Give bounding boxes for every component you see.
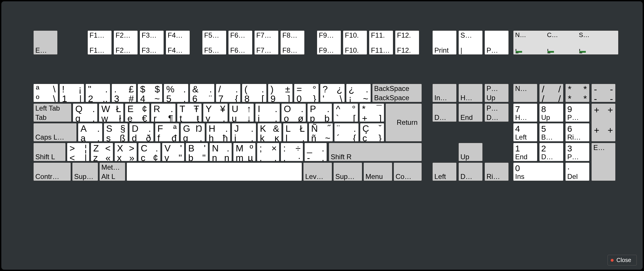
- close-button[interactable]: Close: [608, 255, 637, 265]
- key-f8[interactable]: F8…F8…: [280, 30, 305, 55]
- key-row1-9[interactable]: )±9]: [268, 84, 293, 102]
- key-row1-4[interactable]: $$4~: [138, 84, 162, 102]
- key-f5[interactable]: F5…F5…: [202, 30, 226, 55]
- key-row3-6[interactable]: J.j.: [232, 123, 256, 142]
- key-f12[interactable]: F12.F12.: [395, 30, 419, 55]
- key-row2-6[interactable]: U↑u↓: [229, 103, 254, 122]
- key-menu[interactable]: Menu: [363, 162, 392, 181]
- key-space[interactable]: [127, 162, 302, 181]
- key-row1-11[interactable]: ?¿'\: [320, 84, 345, 102]
- key-kp-decimal[interactable]: ·Del: [565, 162, 590, 181]
- key-capslock[interactable]: Caps L…: [33, 123, 77, 142]
- key-level3[interactable]: Lev…: [303, 162, 332, 181]
- key-row4-2[interactable]: X>x»: [114, 143, 137, 161]
- key-kp-6[interactable]: 6Ri…: [565, 123, 590, 142]
- key-kp-0[interactable]: 0Ins: [513, 162, 564, 181]
- key-f11[interactable]: F11.F11…: [369, 30, 393, 55]
- key-row1-6[interactable]: &.6¨: [190, 84, 215, 102]
- key-row2-2[interactable]: E¢e€: [125, 103, 150, 122]
- key-row2-9[interactable]: P.pþ: [307, 103, 332, 122]
- key-kp-7[interactable]: 7H…: [513, 103, 537, 122]
- key-row4-0[interactable]: >¦<|: [67, 143, 89, 161]
- key-row3-2[interactable]: D.dð: [129, 123, 154, 142]
- key-f2[interactable]: F2…F2…: [114, 30, 138, 55]
- key-row2-8[interactable]: O.oø: [281, 103, 306, 122]
- key-row2-3[interactable]: R.r¶: [151, 103, 176, 122]
- key-row1-0[interactable]: ª\º\: [33, 84, 58, 102]
- key-row1-7[interactable]: /.7{: [216, 84, 241, 102]
- key-shift-right[interactable]: Shift R: [329, 143, 422, 161]
- key-row3-5[interactable]: H.hħ: [206, 123, 231, 142]
- key-row3-11[interactable]: Çˇç}: [360, 123, 385, 142]
- key-return[interactable]: Return: [385, 103, 422, 142]
- key-row1-3[interactable]: .£3#: [111, 84, 136, 102]
- key-up[interactable]: Up: [458, 143, 483, 161]
- key-down[interactable]: D…: [458, 162, 483, 181]
- key-kp-9[interactable]: 9P…: [565, 103, 590, 122]
- key-row1-10[interactable]: =°0}: [294, 84, 319, 102]
- key-row2-4[interactable]: TŦtŧ: [177, 103, 202, 122]
- key-print[interactable]: Print: [432, 30, 457, 55]
- key-row3-8[interactable]: LŁl.: [283, 123, 308, 142]
- key-row1-8[interactable]: (.8[: [242, 84, 267, 102]
- key-home[interactable]: H…: [458, 84, 483, 102]
- key-control-left[interactable]: Contr…: [33, 162, 71, 181]
- key-row2-0[interactable]: Q.q.: [73, 103, 98, 122]
- key-kp-enter[interactable]: E…: [591, 143, 616, 181]
- key-delete[interactable]: D…: [432, 103, 457, 122]
- key-numlock[interactable]: N…: [513, 84, 537, 102]
- key-row3-9[interactable]: Ñ˝ñ~: [309, 123, 333, 142]
- key-row4-10[interactable]: _.-.: [304, 143, 327, 161]
- key-kp-2[interactable]: 2D…: [539, 143, 564, 161]
- key-f6[interactable]: F6…F6…: [228, 30, 253, 55]
- key-alt-left[interactable]: Met…Alt L: [99, 162, 125, 181]
- key-pagedown[interactable]: P…D…: [484, 103, 509, 122]
- key-row4-7[interactable]: Mºmµ: [233, 143, 256, 161]
- key-end[interactable]: End: [458, 103, 483, 122]
- key-row2-1[interactable]: WŁwł: [99, 103, 124, 122]
- key-row3-10[interactable]: ¨.´{: [334, 123, 359, 142]
- key-control-right[interactable]: Co…: [394, 162, 422, 181]
- key-row1-1[interactable]: !¡1|: [59, 84, 84, 102]
- key-kp-8[interactable]: 8Up: [539, 103, 564, 122]
- key-row4-9[interactable]: :÷.·: [281, 143, 303, 161]
- key-f3[interactable]: F3…F3…: [140, 30, 164, 55]
- key-row3-1[interactable]: S§sß: [104, 123, 128, 142]
- key-row2-11[interactable]: *¯+]: [359, 103, 384, 122]
- key-kp-subtract[interactable]: ----: [591, 84, 616, 102]
- key-f1[interactable]: F1…F1…: [87, 30, 112, 55]
- key-row4-6[interactable]: N.nn: [209, 143, 232, 161]
- key-kp-1[interactable]: 1End: [513, 143, 537, 161]
- key-tab[interactable]: Left TabTab: [33, 103, 72, 122]
- key-row4-1[interactable]: Z<z«: [91, 143, 113, 161]
- key-shift-left[interactable]: Shift L: [33, 143, 66, 161]
- key-row3-4[interactable]: GŊg.: [180, 123, 205, 142]
- key-pageup[interactable]: P…Up: [484, 84, 509, 102]
- key-f7[interactable]: F7…F7…: [254, 30, 279, 55]
- key-row4-3[interactable]: C.c¢: [138, 143, 161, 161]
- key-row3-0[interactable]: A.a.: [78, 123, 103, 142]
- key-kp-4[interactable]: 4Left: [513, 123, 537, 142]
- key-row3-7[interactable]: K&kĸ: [257, 123, 282, 142]
- key-row2-7[interactable]: I.i.: [255, 103, 280, 122]
- key-super-left[interactable]: Sup…: [72, 162, 98, 181]
- key-insert[interactable]: In…: [432, 84, 457, 102]
- key-f9[interactable]: F9…F9…: [317, 30, 341, 55]
- key-row1-2[interactable]: ".2..: [85, 84, 110, 102]
- key-kp-3[interactable]: 3P…: [565, 143, 590, 161]
- key-row4-5[interactable]: B'b": [186, 143, 208, 161]
- key-row4-4[interactable]: V'v": [162, 143, 184, 161]
- key-backspace[interactable]: BackSpaceBackSpace: [372, 84, 422, 102]
- key-row1-12[interactable]: ¿.¡~: [346, 84, 371, 102]
- key-right[interactable]: Ri…: [484, 162, 509, 181]
- key-kp-add[interactable]: ++++: [591, 103, 616, 142]
- key-f4[interactable]: F4…F4…: [166, 30, 190, 55]
- key-super-right[interactable]: Sup…: [333, 162, 362, 181]
- key-scroll-lock[interactable]: S…|: [458, 30, 483, 55]
- key-kp-multiply[interactable]: ****: [565, 84, 590, 102]
- key-escape[interactable]: E…: [33, 30, 58, 55]
- key-left[interactable]: Left: [432, 162, 457, 181]
- key-row1-5[interactable]: %.5.: [164, 84, 189, 102]
- key-row4-8[interactable]: ;×,.: [257, 143, 279, 161]
- key-row3-3[interactable]: Fªfđ: [155, 123, 180, 142]
